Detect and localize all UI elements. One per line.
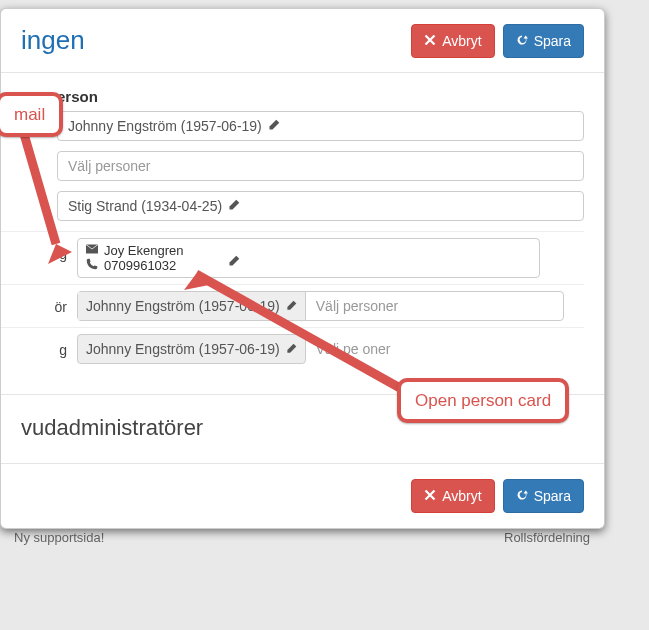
person-field-2-placeholder: Välj personer <box>68 158 151 174</box>
edit-icon[interactable] <box>286 341 297 357</box>
role-row-1-placeholder: Välj personer <box>306 292 409 320</box>
refresh-icon <box>516 486 528 506</box>
contact-row: ig Joy Ekengren 0709961032 <box>1 231 584 284</box>
cancel-button[interactable]: Avbryt <box>411 24 494 58</box>
save-button-label: Spara <box>534 31 571 51</box>
contact-phone-line: 0709961032 <box>86 258 531 273</box>
cancel-button-footer-label: Avbryt <box>442 486 481 506</box>
role-row-1: ör Johnny Engström (1957-06-19) Välj per… <box>1 284 584 327</box>
modal-footer: Avbryt Spara <box>1 463 604 528</box>
cancel-button-label: Avbryt <box>442 31 481 51</box>
modal-dialog: ingen Avbryt Spara erson Johnny Engström… <box>0 8 605 529</box>
save-button-footer-label: Spara <box>534 486 571 506</box>
header-actions: Avbryt Spara <box>411 24 584 58</box>
modal-body: erson Johnny Engström (1957-06-19) Välj … <box>1 73 604 380</box>
role-row-1-field[interactable]: Johnny Engström (1957-06-19) Välj person… <box>77 291 564 321</box>
modal-title: ingen <box>21 25 85 56</box>
envelope-icon <box>86 243 98 258</box>
person-field-1[interactable]: Johnny Engström (1957-06-19) <box>57 111 584 141</box>
cancel-button-footer[interactable]: Avbryt <box>411 479 494 513</box>
contact-box[interactable]: Joy Ekengren 0709961032 <box>77 238 540 278</box>
modal-header: ingen Avbryt Spara <box>1 9 604 73</box>
person-chip[interactable]: Johnny Engström (1957-06-19) <box>77 334 306 364</box>
person-chip[interactable]: Johnny Engström (1957-06-19) <box>78 292 306 320</box>
refresh-icon <box>516 31 528 51</box>
callout-mail: mail <box>0 92 63 137</box>
callout-open-card: Open person card <box>397 378 569 423</box>
role-row-2-label: g <box>21 334 77 358</box>
contact-email-line: Joy Ekengren <box>86 243 531 258</box>
contact-name: Joy Ekengren <box>104 243 184 258</box>
person-chip-label: Johnny Engström (1957-06-19) <box>86 298 280 314</box>
edit-icon[interactable] <box>268 118 280 134</box>
person-field-3-value: Stig Strand (1934-04-25) <box>68 198 222 214</box>
close-icon <box>424 486 436 506</box>
person-field-2[interactable]: Välj personer <box>57 151 584 181</box>
close-icon <box>424 31 436 51</box>
person-chip-label: Johnny Engström (1957-06-19) <box>86 341 280 357</box>
role-row-2: g Johnny Engström (1957-06-19) Välj pe o… <box>1 327 584 370</box>
contact-phone: 0709961032 <box>104 258 176 273</box>
role-row-2-placeholder: Välj pe oner <box>306 335 401 363</box>
phone-icon <box>86 258 98 273</box>
save-button[interactable]: Spara <box>503 24 584 58</box>
save-button-footer[interactable]: Spara <box>503 479 584 513</box>
edit-icon[interactable] <box>286 298 297 314</box>
role-row-1-label: ör <box>21 291 77 315</box>
person-field-1-value: Johnny Engström (1957-06-19) <box>68 118 262 134</box>
person-heading: erson <box>57 88 584 105</box>
contact-row-label: ig <box>21 238 77 262</box>
bg-left-text: Ny supportsida! <box>14 530 104 545</box>
person-field-3[interactable]: Stig Strand (1934-04-25) <box>57 191 584 221</box>
edit-icon[interactable] <box>228 254 240 270</box>
edit-icon[interactable] <box>228 198 240 214</box>
role-row-2-field[interactable]: Johnny Engström (1957-06-19) Välj pe one… <box>77 334 564 364</box>
bg-right-text: Rollsfördelning <box>504 530 590 545</box>
